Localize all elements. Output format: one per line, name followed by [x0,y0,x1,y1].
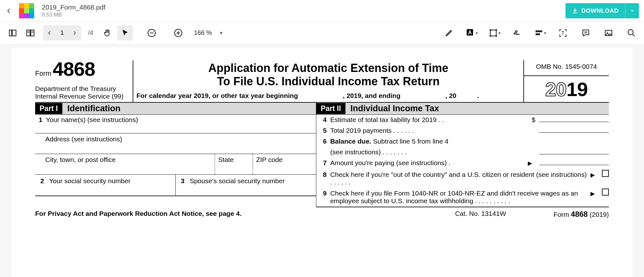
line6-amount[interactable] [539,154,609,154]
draw-tool-button[interactable] [441,25,457,41]
download-menu-button[interactable] [625,3,639,18]
back-button[interactable] [5,7,13,15]
line9-number: 9 [319,190,330,197]
line8-checkbox[interactable] [602,170,609,177]
svg-point-27 [607,31,608,33]
note-tool-button[interactable] [578,25,593,41]
prev-page-button[interactable] [43,25,56,41]
omb-number: OMB No. 1545-0074 [524,60,609,76]
chevron-left-icon [6,8,12,14]
line3-number: 3 [179,177,186,185]
dollar-sign: $ [532,116,535,124]
line5-number: 5 [319,127,330,134]
svg-rect-0 [9,30,12,36]
svg-rect-3 [31,30,34,36]
line4-number: 4 [319,116,330,124]
svg-rect-1 [12,30,16,36]
file-info: 2019_Form_4868.pdf 0.53 MB [42,3,105,18]
line3-text: Spouse's social security number [190,177,285,185]
hand-icon [103,29,112,37]
text-tool-button[interactable]: T [555,25,571,41]
redact-tool-button[interactable]: ▾ [533,25,548,41]
svg-rect-22 [535,33,540,35]
line2-text: Your social security number [49,177,130,185]
search-icon [627,29,636,37]
line6c-text: (see instructions) . . . . . . . [330,148,535,156]
image-tool-button[interactable] [601,25,616,41]
zoom-in-button[interactable] [171,25,186,41]
zoom-level[interactable]: 166 % [194,29,212,36]
line4-amount[interactable] [539,122,609,122]
plus-circle-icon [174,29,183,37]
line2-number: 2 [38,177,46,185]
arrow-icon: ▶ [590,190,595,197]
pan-tool-button[interactable] [100,25,115,41]
chevron-down-icon [630,8,635,13]
note-icon [581,29,590,37]
form-year: 2019 [524,76,609,100]
line1-text: Your name(s) (see instructions) [46,116,316,124]
download-button[interactable]: DOWNLOAD [565,3,639,18]
page-navigator [43,25,81,41]
line9-checkbox[interactable] [602,189,609,196]
part2-tag: Part II [316,103,345,114]
calendar-year-line: For calendar year 2019, or other tax yea… [136,88,520,100]
part2-title: Individual Income Tax [350,104,439,113]
line5-text: Total 2019 payments . . . . . . [330,127,535,134]
search-button[interactable] [624,25,639,41]
svg-rect-15 [490,30,496,36]
pdf-toolbar: /4 166 % ▼ A▾ ▾ ▾ T [0,22,644,44]
catalog-number: Cat. No. 13141W [455,210,506,219]
svg-line-29 [633,34,635,36]
next-page-button[interactable] [68,25,81,41]
shape-tool-button[interactable]: ▾ [487,25,502,41]
signature-icon [513,29,522,37]
svg-text:T: T [561,30,565,35]
arrow-icon: ▶ [590,171,595,178]
svg-text:A: A [468,30,472,35]
form-number: 4868 [53,60,95,78]
part1-tag: Part I [35,103,62,114]
state-label: State [215,154,253,174]
form-footer: For Privacy Act and Paperwork Reduction … [35,207,609,219]
document-canvas[interactable]: Form 4868 Department of the Treasury Int… [0,44,644,277]
form-title-2: To File U.S. Individual Income Tax Retur… [136,75,520,88]
address-label: Address (see instructions) [35,133,316,154]
page-spread-button[interactable] [23,25,38,41]
text-highlight-button[interactable]: A▾ [464,25,479,41]
download-icon [572,8,578,14]
download-label: DOWNLOAD [581,7,619,14]
svg-rect-19 [496,35,497,37]
signature-tool-button[interactable] [510,25,525,41]
svg-rect-17 [496,29,497,31]
rectangle-icon [489,29,498,37]
footer-form-ref: Form 4868 (2019) [553,210,609,219]
cursor-icon [121,29,129,37]
line8-text: Check here if you're "out of the country… [330,171,587,186]
line5-amount[interactable] [539,132,609,133]
zip-label: ZIP code [253,154,316,174]
zoom-out-button[interactable] [144,25,159,41]
zoom-menu-button[interactable]: ▼ [219,30,223,35]
annotation-tools: A▾ ▾ ▾ T [441,25,639,41]
file-name: 2019_Form_4868.pdf [42,3,105,11]
part1-title: Identification [67,104,121,113]
redact-icon [534,29,543,37]
page-total: /4 [88,29,93,36]
chevron-right-icon [72,30,77,35]
pdf-page: Form 4868 Department of the Treasury Int… [12,48,632,277]
pencil-icon [445,29,453,37]
line1-number: 1 [35,116,46,124]
line4-text: Estimate of total tax liability for 2019… [330,116,525,124]
city-state-zip-row: City, town, or post office State ZIP cod… [35,154,316,174]
line7-number: 7 [319,159,330,167]
page-number-input[interactable] [56,29,68,36]
line7-amount[interactable] [539,165,609,165]
line7-text: Amount you're paying (see instructions) … [330,159,525,167]
app-header: 2019_Form_4868.pdf 0.53 MB DOWNLOAD [0,0,644,22]
sidebar-toggle-button[interactable] [5,25,20,41]
part1-header: Part I Identification [35,103,316,115]
svg-rect-16 [489,29,491,31]
select-tool-button[interactable] [117,25,133,41]
footer-notice: For Privacy Act and Paperwork Reduction … [35,210,455,219]
